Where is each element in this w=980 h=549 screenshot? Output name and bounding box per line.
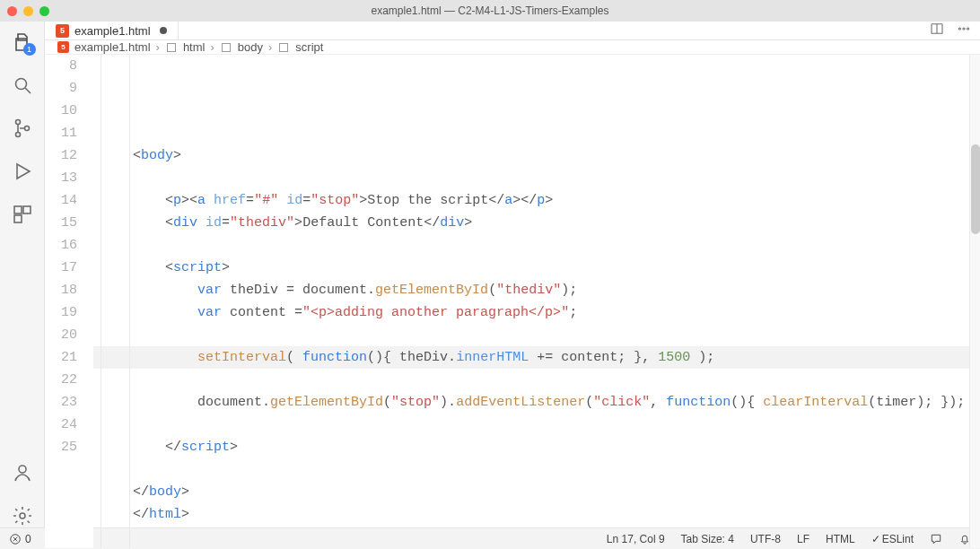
- tab-example1[interactable]: 5 example1.html: [45, 22, 179, 39]
- breadcrumbs[interactable]: 5 example1.html › html › body › script: [45, 40, 980, 55]
- code-line[interactable]: [93, 458, 969, 481]
- code-line[interactable]: document.getElementById("stop").addEvent…: [93, 391, 969, 414]
- code-line[interactable]: <div id="thediv">Default Content</div>: [93, 212, 969, 234]
- code-line[interactable]: [93, 369, 969, 391]
- run-debug-icon[interactable]: [11, 160, 34, 183]
- code-line[interactable]: <p><a href="#" id="stop">Stop the script…: [93, 189, 969, 212]
- search-icon[interactable]: [11, 74, 34, 97]
- code-line[interactable]: [93, 234, 969, 257]
- code-line[interactable]: <body>: [93, 144, 969, 167]
- element-icon: [277, 41, 290, 54]
- code-editor[interactable]: 8910111213141516171819202122232425 <body…: [45, 55, 980, 548]
- element-icon: [220, 41, 232, 54]
- code-line[interactable]: </html>: [93, 503, 969, 526]
- code-line[interactable]: [93, 414, 969, 436]
- svg-point-14: [963, 28, 965, 30]
- svg-marker-5: [17, 164, 30, 179]
- code-line[interactable]: </body>: [93, 481, 969, 503]
- source-control-icon[interactable]: [11, 117, 34, 140]
- code-line[interactable]: var content ="<p>adding another paragrap…: [93, 301, 969, 324]
- code-line[interactable]: [93, 167, 969, 189]
- window-title: example1.html — C2-M4-L1-JS-Timers-Examp…: [0, 4, 980, 17]
- split-editor-icon[interactable]: [930, 22, 944, 39]
- svg-point-15: [967, 28, 969, 30]
- breadcrumb-body[interactable]: body: [238, 40, 263, 54]
- code-line[interactable]: setInterval( function(){ theDiv.innerHTM…: [93, 346, 969, 369]
- accounts-icon[interactable]: [11, 461, 34, 484]
- explorer-icon[interactable]: 1: [11, 30, 34, 54]
- code-line[interactable]: [93, 526, 969, 548]
- error-icon: [9, 533, 22, 545]
- code-line[interactable]: <script>: [93, 257, 969, 279]
- titlebar: example1.html — C2-M4-L1-JS-Timers-Examp…: [0, 0, 980, 22]
- code-line[interactable]: [93, 324, 969, 346]
- code-line[interactable]: var theDiv = document.getElementById("th…: [93, 279, 969, 301]
- svg-point-2: [15, 120, 20, 125]
- svg-rect-6: [14, 206, 22, 214]
- element-icon: [165, 41, 178, 54]
- activity-bar: 1: [0, 22, 45, 527]
- svg-rect-8: [14, 215, 22, 222]
- svg-line-1: [25, 88, 31, 93]
- chevron-right-icon: ›: [268, 40, 272, 54]
- code-line[interactable]: </script>: [93, 436, 969, 458]
- settings-gear-icon[interactable]: [11, 504, 34, 527]
- svg-point-13: [958, 28, 960, 30]
- breadcrumb-file[interactable]: example1.html: [74, 40, 151, 54]
- minimize-window-button[interactable]: [23, 6, 33, 16]
- editor-area: 5 example1.html 5 example1.html › html ›…: [45, 22, 980, 527]
- minimap[interactable]: [969, 55, 980, 548]
- tab-dirty-dot: [160, 27, 167, 34]
- chevron-right-icon: ›: [210, 40, 214, 54]
- svg-rect-7: [23, 206, 31, 214]
- problems-errors[interactable]: 0: [9, 533, 31, 545]
- html5-icon: 5: [56, 24, 69, 38]
- more-actions-icon[interactable]: [957, 22, 971, 39]
- chevron-right-icon: ›: [156, 40, 160, 54]
- svg-point-9: [19, 466, 26, 473]
- svg-point-3: [15, 133, 20, 137]
- minimap-thumb[interactable]: [971, 144, 980, 234]
- explorer-badge: 1: [23, 43, 36, 56]
- close-window-button[interactable]: [7, 6, 17, 16]
- html5-icon: 5: [57, 41, 69, 53]
- code-content[interactable]: <body> <p><a href="#" id="stop">Stop the…: [93, 55, 969, 548]
- svg-point-10: [20, 513, 25, 518]
- breadcrumb-script[interactable]: script: [295, 40, 323, 54]
- maximize-window-button[interactable]: [39, 6, 49, 16]
- tab-label: example1.html: [74, 24, 151, 38]
- extensions-icon[interactable]: [11, 203, 34, 226]
- line-gutter: 8910111213141516171819202122232425: [45, 55, 93, 548]
- svg-point-0: [15, 79, 26, 90]
- editor-tabs: 5 example1.html: [45, 22, 980, 40]
- svg-point-4: [24, 126, 29, 131]
- breadcrumb-html[interactable]: html: [183, 40, 206, 54]
- window-controls: [7, 6, 49, 16]
